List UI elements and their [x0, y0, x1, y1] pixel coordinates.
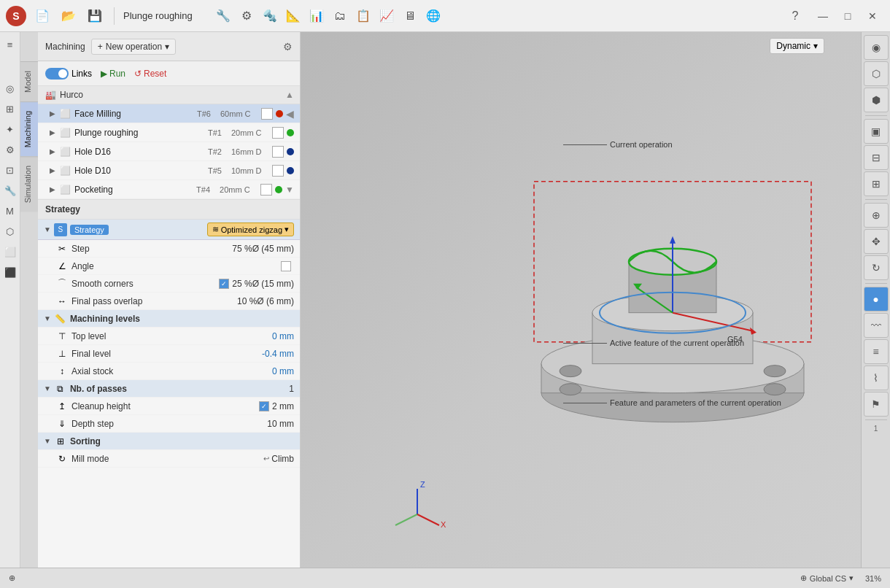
zoom-indicator: 1 [872, 423, 880, 434]
save-file-icon[interactable]: 💾 [85, 6, 105, 26]
step-value[interactable]: 75 %Ø (45 mm) [232, 244, 294, 254]
rt-top-btn[interactable]: ⊟ [864, 145, 889, 170]
table-row[interactable]: ▶ ⬜ Plunge roughing T#1 20mm C [38, 123, 300, 142]
op-hole16-tool: T#2 [208, 147, 231, 156]
run-button[interactable]: ▶ Run [101, 69, 125, 79]
strategy-expand[interactable]: ▼ [44, 225, 51, 233]
nb-passes-value[interactable]: 1 [289, 384, 294, 394]
tool7-icon[interactable]: 📋 [353, 6, 374, 26]
table-row[interactable]: ▶ ⬜ Hole D10 T#5 10mm D [38, 161, 300, 180]
mill-mode-value[interactable]: Climb [271, 454, 294, 464]
angle-checkbox[interactable] [281, 261, 291, 271]
sidebar-icon-2[interactable]: ⊞ [1, 99, 20, 118]
tool4-icon[interactable]: 📐 [283, 6, 303, 26]
op-pocket-name: Pocketing [74, 185, 196, 195]
new-operation-button[interactable]: + New operation ▾ [91, 39, 176, 55]
sidebar-icon-6[interactable]: 🔧 [1, 181, 20, 200]
tool3-icon[interactable]: 🔩 [260, 6, 280, 26]
op-hole16-check[interactable] [272, 146, 284, 158]
smooth-corners-check[interactable] [219, 279, 229, 289]
rt-view3d-btn[interactable]: ⬢ [864, 88, 889, 112]
expand-icon: ▶ [50, 147, 58, 155]
rt-active-btn[interactable]: ● [864, 287, 889, 312]
final-pass-value[interactable]: 10 %Ø (6 mm) [237, 296, 294, 306]
rt-zoom-btn[interactable]: ⊕ [864, 203, 889, 228]
sidebar-icon-1[interactable]: ◎ [1, 79, 20, 98]
rt-right-btn[interactable]: ⊞ [864, 171, 889, 196]
rt-terrain-btn[interactable]: ⌇ [864, 365, 889, 390]
rt-pan-btn[interactable]: ✥ [864, 229, 889, 254]
cleanup-height-check[interactable] [259, 401, 269, 411]
sidebar-icon-5[interactable]: ⊡ [1, 160, 20, 179]
list-item: ⊤ Top level 0 mm [38, 328, 300, 345]
rt-grid-btn[interactable]: ≡ [864, 339, 889, 364]
viewport-3d[interactable]: Dynamic ▾ [301, 32, 861, 568]
tool2-icon[interactable]: ⚙ [236, 6, 257, 26]
op-hole10-name: Hole D10 [74, 166, 208, 176]
depth-step-value[interactable]: 10 mm [267, 419, 294, 429]
smooth-corners-value[interactable]: 25 %Ø (15 mm) [232, 279, 294, 289]
strategy-section: Strategy ▼ S Strategy ≋ Optimized zigzag… [38, 200, 300, 568]
smooth-corners-label: Smooth corners [71, 279, 219, 289]
sorting-expand[interactable]: ▼ [44, 437, 51, 445]
sidebar-icon-3[interactable]: ✦ [1, 120, 20, 139]
rt-front-btn[interactable]: ▣ [864, 119, 889, 144]
table-row[interactable]: ▶ ⬜ Face Milling T#6 60mm C ◀ [38, 104, 300, 123]
operations-list: 🏭 Hurco ▲ ▶ ⬜ Face Milling T#6 60mm C ◀ … [38, 86, 300, 200]
tool6-icon[interactable]: 🗂 [330, 6, 350, 26]
rt-rotate-btn[interactable]: ↻ [864, 255, 889, 280]
sidebar-icon-8[interactable]: ⬡ [1, 222, 20, 241]
sidebar-menu-icon[interactable]: ≡ [1, 35, 20, 54]
sidebar-icon-4[interactable]: ⚙ [1, 140, 20, 159]
rt-sphere-btn[interactable]: ◉ [864, 35, 889, 60]
tool5-icon[interactable]: 📊 [306, 6, 327, 26]
final-level-value[interactable]: -0.4 mm [262, 349, 294, 359]
rt-cube-btn[interactable]: ⬡ [864, 61, 889, 86]
links-toggle[interactable]: Links [45, 68, 92, 80]
dynamic-dropdown[interactable]: Dynamic ▾ [770, 38, 824, 54]
arrow-right-icon: ◀ [286, 108, 294, 120]
sidebar-icon-7[interactable]: M [1, 201, 20, 220]
maximize-button[interactable]: □ [836, 6, 859, 26]
minimize-button[interactable]: — [811, 6, 835, 26]
tool1-icon[interactable]: 🔧 [213, 6, 233, 26]
tab-simulation[interactable]: Simulation [20, 156, 38, 212]
op-hole10-check[interactable] [272, 165, 284, 177]
tool9-icon[interactable]: 🖥 [400, 6, 420, 26]
close-button[interactable]: ✕ [861, 6, 884, 26]
sidebar-icon-9[interactable]: ⬜ [1, 242, 20, 261]
tab-machining[interactable]: Machining [20, 101, 38, 156]
strategy-type-dropdown[interactable]: ≋ Optimized zigzag ▾ [207, 223, 294, 236]
rt-flag-btn[interactable]: ⚑ [864, 392, 889, 417]
list-scroll-down[interactable]: ▼ [285, 185, 294, 195]
open-file-icon[interactable]: 📂 [58, 6, 79, 26]
op-face-mill-check[interactable] [261, 108, 273, 120]
cleanup-height-value[interactable]: 2 mm [272, 401, 294, 411]
op-pocket-check[interactable] [260, 184, 272, 196]
table-row[interactable]: ▶ ⬜ Hole D16 T#2 16mm D [38, 142, 300, 161]
reset-button[interactable]: ↺ Reset [134, 69, 166, 79]
annotation-feature-params: Feature and parameters of the current op… [563, 398, 781, 407]
settings-button[interactable]: ⚙ [283, 41, 293, 53]
op-plunge-check[interactable] [272, 127, 284, 139]
top-level-value[interactable]: 0 mm [272, 331, 294, 341]
sidebar-icon-10[interactable]: ⬛ [1, 263, 20, 282]
machining-levels-expand[interactable]: ▼ [44, 314, 51, 322]
nb-passes-expand[interactable]: ▼ [44, 384, 51, 392]
new-op-chevron: ▾ [165, 42, 169, 52]
tab-model[interactable]: Model [20, 61, 38, 101]
op-hole10-dot [287, 167, 294, 174]
cleanup-height-icon: ↥ [55, 400, 69, 413]
op-hole16-icon: ⬜ [58, 145, 71, 158]
list-scroll-up[interactable]: ▲ [285, 90, 294, 100]
help-icon[interactable]: ? [785, 6, 805, 26]
cs-dropdown-arrow[interactable]: ▾ [849, 573, 854, 583]
annotation-active-feature: Active feature of the current operation [563, 339, 744, 347]
tool8-icon[interactable]: 📈 [376, 6, 397, 26]
new-file-icon[interactable]: 📄 [32, 6, 53, 26]
rt-wave-btn[interactable]: 〰 [864, 313, 889, 338]
tool10-icon[interactable]: 🌐 [423, 6, 444, 26]
links-switch[interactable] [45, 68, 69, 80]
axial-stock-value[interactable]: 0 mm [272, 366, 294, 376]
table-row[interactable]: ▶ ⬜ Pocketing T#4 20mm C ▼ [38, 180, 300, 199]
